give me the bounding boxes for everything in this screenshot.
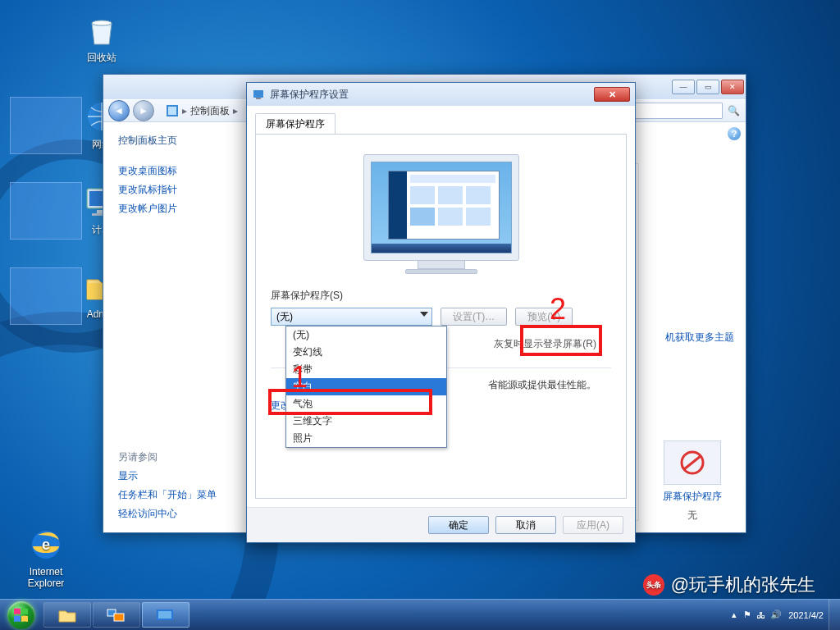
taskbar-item-explorer[interactable]	[43, 602, 91, 628]
option-bubbles[interactable]: 气泡	[286, 395, 446, 413]
dialog-close-button[interactable]: ✕	[594, 87, 630, 102]
screensaver-select[interactable]: (无)	[271, 308, 432, 326]
nav-back-button[interactable]: ◄	[108, 100, 130, 121]
minimize-button[interactable]: —	[672, 80, 695, 94]
chevron-down-icon	[420, 312, 428, 317]
tray-volume-icon[interactable]: 🔊	[770, 609, 782, 620]
sidebar-link-desktop-icons[interactable]: 更改桌面图标	[118, 164, 238, 178]
desktop-icon-recycle-bin[interactable]: 回收站	[66, 10, 138, 65]
recycle-bin-icon	[82, 10, 121, 49]
see-also-ease-of-access[interactable]: 轻松访问中心	[118, 507, 238, 521]
tab-screensaver[interactable]: 屏幕保护程序	[255, 113, 336, 135]
svg-line-11	[684, 456, 701, 469]
dialog-footer: 确定 取消 应用(A)	[247, 507, 635, 542]
breadcrumb[interactable]: 控制面板	[190, 104, 230, 118]
dialog-title: 屏幕保护程序设置	[270, 88, 349, 102]
right-panel: 机获取更多主题 屏幕保护程序 无	[647, 132, 737, 523]
option-3dtext[interactable]: 三维文字	[286, 413, 446, 430]
apply-button[interactable]: 应用(A)	[563, 516, 623, 534]
tray-chevron-up-icon[interactable]: ▴	[732, 609, 737, 620]
screensaver-thumb-value: 无	[687, 509, 697, 523]
svg-rect-15	[114, 614, 124, 621]
desktop-icon-label: Internet Explorer	[28, 566, 65, 589]
dialog-titlebar[interactable]: 屏幕保护程序设置 ✕	[247, 83, 635, 106]
start-button[interactable]	[0, 600, 43, 630]
app-icon	[252, 88, 265, 101]
dialog-content: 屏幕保护程序(S) (无) 设置(T)… 预览(V) (无) 变幻线 彩带 空白…	[255, 134, 627, 499]
close-button[interactable]: ✕	[721, 80, 744, 94]
screensaver-settings-dialog: 屏幕保护程序设置 ✕ 屏幕保护程序	[246, 82, 636, 543]
windows-logo-icon	[7, 601, 35, 629]
sidebar-link-mouse-pointers[interactable]: 更改鼠标指针	[118, 183, 238, 197]
tray-network-icon[interactable]: 🖧	[756, 610, 765, 620]
screensaver-thumb[interactable]	[664, 441, 721, 485]
tray-flag-icon[interactable]: ⚑	[743, 609, 751, 620]
screensaver-thumb-label[interactable]: 屏幕保护程序	[663, 490, 722, 504]
svg-rect-17	[158, 611, 171, 619]
desktop-icon-ie[interactable]: e Internet Explorer	[10, 525, 82, 589]
svg-text:e: e	[42, 536, 50, 553]
option-mystify[interactable]: 变幻线	[286, 344, 446, 361]
taskbar: ▴ ⚑ 🖧 🔊 2021/4/2	[0, 599, 840, 630]
taskbar-item-personalization[interactable]	[142, 602, 189, 628]
option-photos[interactable]: 照片	[286, 430, 446, 447]
see-also-label: 另请参阅	[118, 450, 238, 464]
resume-login-text: 灰复时显示登录屏幕(R)	[494, 337, 596, 351]
maximize-button[interactable]: ▭	[696, 80, 719, 94]
watermark: 头条 @玩手机的张先生	[643, 573, 815, 597]
sidebar: 控制面板主页 更改桌面图标 更改鼠标指针 更改帐户图片 另请参阅 显示 任务栏和…	[103, 122, 253, 532]
control-panel-icon	[166, 104, 179, 117]
see-also-display[interactable]: 显示	[118, 469, 238, 483]
preview-button[interactable]: 预览(V)	[515, 308, 573, 326]
see-also-taskbar[interactable]: 任务栏和「开始」菜单	[118, 488, 238, 502]
screensaver-dropdown-list: (无) 变幻线 彩带 空白 气泡 三维文字 照片	[285, 326, 447, 448]
desktop-icon-label: 回收站	[87, 51, 116, 65]
tray-date[interactable]: 2021/4/2	[788, 610, 824, 620]
watermark-text: @玩手机的张先生	[671, 573, 815, 597]
screensaver-select-value: (无)	[276, 310, 293, 324]
svg-rect-9	[168, 107, 176, 115]
ie-icon: e	[26, 525, 66, 564]
screensaver-group-label: 屏幕保护程序(S)	[271, 289, 611, 303]
taskbar-item-windows[interactable]	[93, 602, 140, 628]
sidebar-link-account-picture[interactable]: 更改帐户图片	[118, 202, 238, 216]
option-none[interactable]: (无)	[286, 326, 446, 344]
cancel-button[interactable]: 取消	[495, 516, 556, 534]
get-more-themes-link[interactable]: 机获取更多主题	[662, 326, 737, 349]
show-desktop-button[interactable]	[829, 600, 840, 630]
nav-forward-button[interactable]: ►	[133, 100, 154, 121]
settings-button[interactable]: 设置(T)…	[441, 308, 507, 326]
ok-button[interactable]: 确定	[428, 516, 489, 534]
svg-rect-13	[256, 98, 261, 99]
sidebar-home[interactable]: 控制面板主页	[118, 134, 238, 148]
option-ribbons[interactable]: 彩带	[286, 361, 446, 378]
svg-rect-12	[253, 90, 263, 98]
system-tray: ▴ ⚑ 🖧 🔊 2021/4/2	[727, 600, 829, 630]
svg-point-0	[92, 21, 112, 25]
search-icon[interactable]: 🔍	[726, 105, 741, 116]
watermark-badge: 头条	[643, 574, 664, 596]
option-blank[interactable]: 空白	[286, 378, 446, 395]
monitor-preview	[363, 154, 519, 274]
